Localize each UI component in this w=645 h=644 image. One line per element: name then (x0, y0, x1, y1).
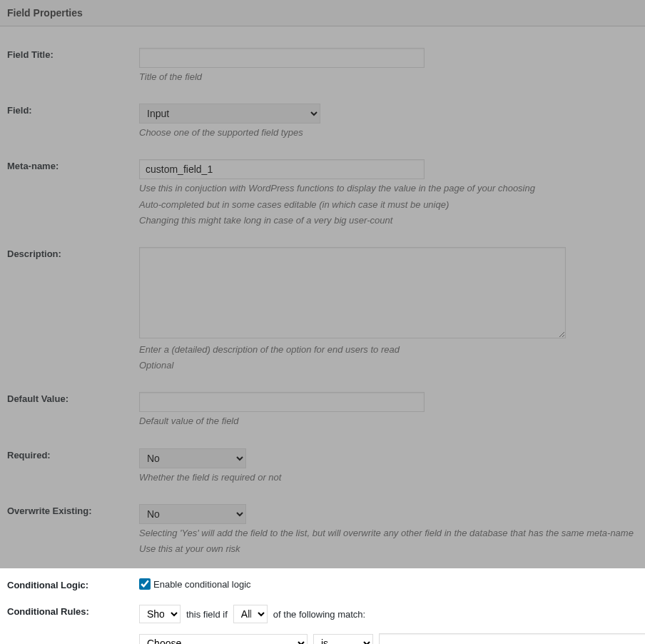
row-conditional-logic: Conditional Logic: Enable conditional lo… (7, 575, 638, 593)
row-field-type: Field: Input Choose one of the supported… (7, 98, 638, 145)
overwrite-select[interactable]: No (139, 504, 246, 524)
rule-value-input[interactable] (379, 633, 645, 644)
panel-title: Field Properties (0, 0, 645, 26)
row-conditional-rules: Conditional Rules: Show this field if Al… (7, 602, 638, 644)
rule-op-select[interactable]: is (313, 634, 373, 644)
metaname-label: Meta-name: (7, 159, 139, 171)
row-default-value: Default Value: Default value of the fiel… (7, 386, 638, 433)
row-overwrite: Overwrite Existing: No Selecting 'Yes' w… (7, 498, 638, 561)
default-input[interactable] (139, 392, 425, 412)
field-type-help: Choose one of the supported field types (139, 126, 638, 139)
required-label: Required: (7, 448, 139, 461)
field-title-input[interactable] (139, 48, 425, 68)
field-type-label: Field: (7, 104, 139, 116)
metaname-help1: Use this in conjuction with WordPress fu… (139, 182, 638, 195)
enable-conditional-checkbox[interactable] (139, 578, 151, 590)
enable-conditional-label: Enable conditional logic (153, 579, 251, 590)
overwrite-help2: Use this at your own risk (139, 543, 638, 555)
default-label: Default Value: (7, 392, 139, 404)
description-help2: Optional (139, 359, 638, 372)
rule-text-1: this field if (186, 609, 228, 620)
description-help1: Enter a (detailed) description of the op… (139, 343, 638, 356)
field-title-label: Field Title: (7, 48, 139, 60)
overwrite-label: Overwrite Existing: (7, 504, 139, 516)
field-type-select[interactable]: Input (139, 104, 320, 124)
row-field-title: Field Title: Title of the field (7, 42, 638, 89)
overwrite-help1: Selecting 'Yes' will add the field to th… (139, 527, 638, 540)
rule-text-2: of the following match: (273, 609, 365, 620)
description-textarea[interactable] (139, 247, 566, 338)
row-description: Description: Enter a (detailed) descript… (7, 241, 638, 378)
conditional-rules-label: Conditional Rules: (7, 605, 139, 617)
required-help: Whether the field is required or not (139, 471, 638, 484)
required-select[interactable]: No (139, 448, 246, 468)
metaname-input[interactable] (139, 159, 425, 179)
row-required: Required: No Whether the field is requir… (7, 443, 638, 490)
description-label: Description: (7, 247, 139, 259)
rule-scope-select[interactable]: All (233, 605, 268, 623)
rule-action-select[interactable]: Show (139, 605, 181, 623)
row-meta-name: Meta-name: Use this in conjuction with W… (7, 154, 638, 233)
metaname-help2: Auto-completed but in some cases editabl… (139, 198, 638, 211)
field-title-help: Title of the field (139, 71, 638, 84)
conditional-logic-label: Conditional Logic: (7, 578, 139, 590)
metaname-help3: Changing this might take long in case of… (139, 214, 638, 227)
rule-field-select[interactable]: Choose... (139, 634, 308, 644)
default-help: Default value of the field (139, 415, 638, 428)
